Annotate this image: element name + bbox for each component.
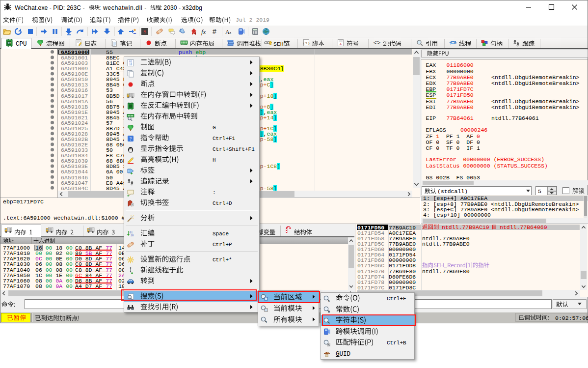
svg-text:?: ? <box>130 136 132 142</box>
svg-text:S: S <box>143 28 146 34</box>
svg-text:#: # <box>328 310 330 313</box>
svg-text:#: # <box>213 28 216 35</box>
svg-text:z: z <box>340 41 342 46</box>
svg-text:>: > <box>328 299 330 303</box>
svg-text:fx: fx <box>201 28 206 35</box>
svg-text:<>: <> <box>374 40 380 47</box>
svg-text:10: 10 <box>129 63 132 66</box>
svg-text:*: * <box>265 320 267 324</box>
svg-text:10: 10 <box>131 234 134 237</box>
svg-text:z: z <box>230 30 232 35</box>
svg-text:{s}: {s} <box>303 41 310 45</box>
